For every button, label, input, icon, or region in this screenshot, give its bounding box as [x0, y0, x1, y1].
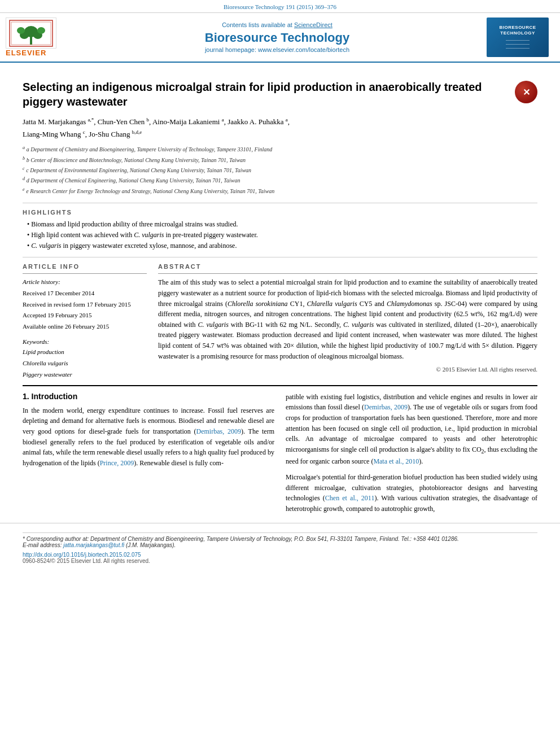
affil-sup-a3: a — [286, 117, 288, 123]
journal-header: ELSEVIER Contents lists available at Sci… — [0, 13, 560, 63]
intro-para-2: patible with existing fuel logistics, di… — [286, 392, 537, 466]
highlight-italic-1: C. vulgaris — [134, 231, 164, 239]
homepage-url: www.elsevier.com/locate/biortech — [258, 46, 349, 53]
journal-homepage: journal homepage: www.elsevier.com/locat… — [73, 46, 481, 53]
keywords-section: Keywords: Lipid production Chlorella vul… — [23, 338, 147, 380]
highlight-italic-2: C. vulgaris — [31, 242, 61, 250]
ref-chen[interactable]: Chen et al., 2011 — [325, 494, 375, 502]
affil-sup-b: b — [147, 117, 150, 123]
article-history: Article history: Received 17 December 20… — [23, 277, 147, 331]
email-suffix: (J.M. Marjakangas). — [126, 542, 176, 548]
email-address[interactable]: jatta.marjakangas@tut.fi — [63, 542, 124, 548]
affil-c: c c Department of Environmental Engineer… — [23, 165, 537, 175]
bioresource-logo-subtext: —————————————————— — [506, 38, 530, 50]
journal-center-info: Contents lists available at ScienceDirec… — [68, 21, 487, 53]
abstract-text: The aim of this study was to select a po… — [158, 277, 537, 361]
elsevier-name: ELSEVIER — [6, 49, 46, 57]
footnote-star-text: * Corresponding author at: Department of… — [23, 536, 537, 542]
affil-sup-c: c — [83, 129, 85, 135]
svg-point-5 — [37, 27, 45, 34]
author-chen: Chun-Yen Chen b — [98, 117, 149, 126]
affil-sup-bde: b,d,e — [132, 129, 142, 135]
highlights-heading: HIGHLIGHTS — [23, 209, 537, 216]
article-title: Selecting an indigenous microalgal strai… — [23, 80, 537, 109]
doi-line: http://dx.doi.org/10.1016/j.biortech.201… — [23, 552, 537, 558]
intro-section-title: 1. Introduction — [23, 392, 274, 401]
abstract-col: ABSTRACT The aim of this study was to se… — [158, 263, 537, 380]
homepage-prefix: journal homepage: — [205, 46, 258, 53]
affil-e: e e Research Center for Energy Technolog… — [23, 186, 537, 196]
species-1: Chlorella sorokiniana — [228, 300, 288, 308]
affil-d: d d Department of Chemical Engineering, … — [23, 175, 537, 185]
keyword-1: Lipid production — [23, 347, 147, 358]
crossmark-badge[interactable]: ✕ — [515, 81, 537, 103]
crossmark-icon: ✕ — [515, 81, 537, 103]
body-col-right: patible with existing fuel logistics, di… — [286, 392, 537, 514]
affil-c-sup: c — [23, 166, 25, 171]
email-label: E-mail address: — [23, 542, 62, 548]
sciencedirect-link[interactable]: Contents lists available at ScienceDirec… — [73, 21, 481, 28]
highlight-item-3: C. vulgaris in piggery wastewater excret… — [27, 241, 537, 251]
highlights-section: HIGHLIGHTS Biomass and lipid production … — [23, 209, 537, 252]
body-cols: 1. Introduction In the modern world, ene… — [23, 392, 537, 514]
svg-point-4 — [17, 27, 25, 34]
copyright-notice: © 2015 Elsevier Ltd. All rights reserved… — [158, 366, 537, 373]
bioresource-logo-text: BIORESOURCETECHNOLOGY — [499, 25, 536, 37]
main-content: ✕ Selecting an indigenous microalgal str… — [0, 63, 560, 523]
species-c-vulgaris-2: C. vulgaris — [343, 321, 374, 329]
sciencedirect-label: ScienceDirect — [294, 21, 333, 28]
keywords-label: Keywords: — [23, 338, 147, 345]
ref-demirbas-2[interactable]: Demirbas, 2009 — [364, 403, 408, 411]
co2-sub: 2 — [482, 448, 484, 455]
ref-mata[interactable]: Mata et al., 2010 — [373, 457, 419, 465]
history-label: Article history: — [23, 277, 147, 287]
footer-section: * Corresponding author at: Department of… — [0, 523, 560, 569]
keyword-2: Chlorella vulgaris — [23, 358, 147, 369]
article-title-section: ✕ Selecting an indigenous microalgal str… — [23, 80, 537, 109]
affil-sup-a: a,* — [88, 117, 94, 123]
abstract-rule — [158, 273, 537, 274]
issn-line: 0960-8524/© 2015 Elsevier Ltd. All right… — [23, 558, 537, 564]
authors-line: Jatta M. Marjakangas a,*, Chun-Yen Chen … — [23, 116, 537, 141]
affil-b-sup: b — [23, 156, 25, 161]
info-abstract-cols: ARTICLE INFO Article history: Received 1… — [23, 263, 537, 380]
keyword-3: Piggery wastewater — [23, 369, 147, 381]
article-info-col: ARTICLE INFO Article history: Received 1… — [23, 263, 147, 380]
rule-1 — [23, 203, 537, 203]
affil-d-sup: d — [23, 176, 25, 181]
species-3: Chlamydomonas — [387, 300, 432, 308]
highlight-item-1: Biomass and lipid production ability of … — [27, 219, 537, 230]
affil-b: b b Center of Bioscience and Biotechnolo… — [23, 155, 537, 165]
ref-demirbas-1[interactable]: Demirbas, 2009 — [196, 427, 241, 435]
author-chang: Jo-Shu Chang b,d,e — [89, 130, 142, 138]
author-whang: Liang-Ming Whang c — [23, 130, 85, 138]
sciencedirect-prefix: Contents lists available at — [222, 21, 294, 28]
received-date: Received 17 December 2014 — [23, 289, 147, 299]
author-jatta: Jatta M. Marjakangas a,* — [23, 117, 94, 126]
author-lakaniemi: Aino-Maija Lakaniemi a — [152, 117, 224, 126]
svg-rect-0 — [30, 36, 32, 45]
doi-url[interactable]: http://dx.doi.org/10.1016/j.biortech.201… — [23, 552, 141, 558]
highlights-list: Biomass and lipid production ability of … — [27, 219, 537, 252]
article-info-heading: ARTICLE INFO — [23, 263, 147, 270]
affil-e-sup: e — [23, 187, 25, 192]
elsevier-tree-icon — [8, 19, 54, 47]
bioresource-logo: BIORESOURCETECHNOLOGY —————————————————— — [487, 18, 549, 57]
ref-prince[interactable]: Prince, 2009 — [100, 459, 134, 467]
highlight-item-2: High lipid content was achieved with C. … — [27, 230, 537, 241]
author-puhakka: Jaakko A. Puhakka a — [228, 117, 288, 126]
keywords-list: Lipid production Chlorella vulgaris Pigg… — [23, 347, 147, 380]
rule-2 — [23, 257, 537, 257]
available-date: Available online 26 February 2015 — [23, 322, 147, 332]
rule-3 — [23, 385, 537, 386]
footnote-area: * Corresponding author at: Department of… — [23, 532, 537, 548]
accepted-date: Accepted 19 February 2015 — [23, 311, 147, 321]
affil-a: a a Department of Chemistry and Bioengin… — [23, 144, 537, 154]
footnote-email: E-mail address: jatta.marjakangas@tut.fi… — [23, 542, 537, 548]
info-rule — [23, 273, 147, 274]
abstract-heading: ABSTRACT — [158, 263, 537, 270]
journal-citation-bar: Bioresource Technology 191 (2015) 369–37… — [0, 0, 560, 13]
body-col-left: 1. Introduction In the modern world, ene… — [23, 392, 274, 514]
species-c-vulgaris-1: C. vulgaris — [198, 321, 229, 329]
revised-date: Received in revised form 17 February 201… — [23, 300, 147, 310]
